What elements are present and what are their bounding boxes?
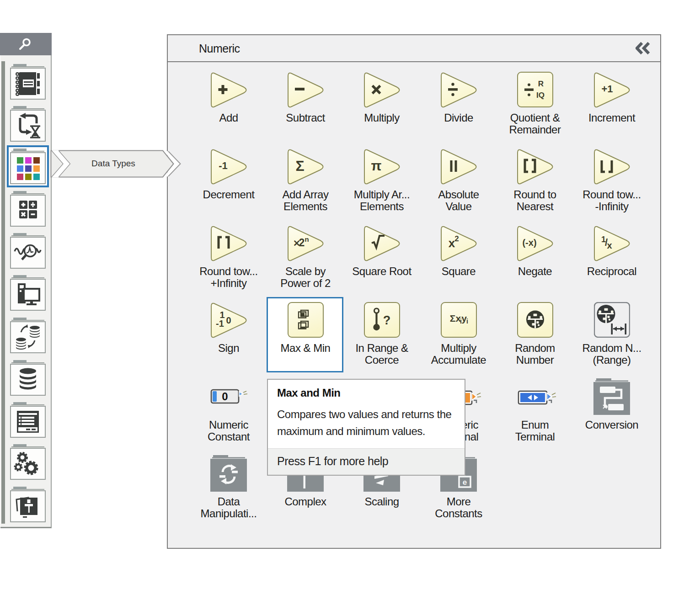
svg-text:e: e <box>463 478 467 487</box>
